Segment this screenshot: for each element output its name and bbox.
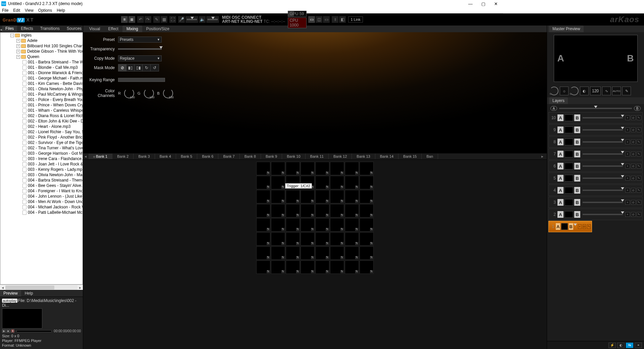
clip-cell[interactable] — [315, 190, 329, 203]
tree-row[interactable]: 002 - Elton John & Kiki Dee - Do — [0, 118, 83, 124]
cell-edit-icon[interactable] — [296, 256, 299, 259]
view-columns-icon[interactable]: ≣ — [128, 16, 136, 23]
cell-edit-icon[interactable] — [267, 171, 270, 174]
monitor-a-icon[interactable]: ▭ — [308, 16, 315, 23]
tree-row[interactable]: +Billboard Hot 100 Singles Chart ( — [0, 43, 83, 49]
clip-cell[interactable] — [271, 204, 285, 217]
cell-edit-icon[interactable] — [267, 256, 270, 259]
clip-cell[interactable] — [271, 246, 285, 260]
clip-cell[interactable] — [286, 260, 300, 272]
bank-tab[interactable]: Bank 6 — [197, 154, 218, 159]
tree-row[interactable]: 004 - Michael Jackson - Rock Wit — [0, 204, 83, 210]
cell-edit-icon[interactable] — [340, 214, 343, 217]
clip-cell[interactable] — [315, 232, 329, 246]
clip-cell[interactable] — [360, 190, 374, 203]
cell-edit-icon[interactable] — [355, 200, 358, 203]
tree-row[interactable]: 004 - John Lennon - (Just Like) St — [0, 194, 83, 199]
maximize-button[interactable]: ▢ — [480, 1, 487, 6]
clip-cell[interactable] — [315, 204, 329, 217]
tree-row[interactable]: 004 - Men At Work - Down Unde — [0, 199, 83, 204]
bank-tab[interactable]: Bank 12 — [329, 154, 352, 159]
menu-view[interactable]: View — [25, 8, 34, 13]
cell-edit-icon[interactable] — [370, 256, 373, 259]
cell-edit-icon[interactable] — [340, 270, 343, 272]
tab-effect[interactable]: Effect — [104, 26, 122, 32]
cell-edit-icon[interactable] — [296, 228, 299, 231]
cell-edit-icon[interactable] — [326, 242, 329, 245]
tab-effects[interactable]: Effects — [17, 26, 36, 32]
tab-sources[interactable]: Sources — [63, 26, 83, 32]
bank-tab[interactable]: Bank 5 — [176, 154, 197, 159]
clip-cell[interactable] — [256, 260, 270, 272]
clip-cell[interactable] — [345, 190, 359, 203]
cell-edit-icon[interactable] — [311, 228, 314, 231]
cell-edit-icon[interactable] — [296, 270, 299, 272]
mask-reverse-icon[interactable]: ↺ — [151, 64, 159, 71]
clip-cell[interactable] — [271, 176, 285, 189]
clip-cell[interactable] — [286, 246, 300, 260]
cell-edit-icon[interactable] — [340, 256, 343, 259]
speaker-icon[interactable]: 🔈 — [199, 16, 206, 23]
transparency-slider[interactable] — [118, 48, 162, 50]
clip-cell[interactable] — [345, 162, 359, 175]
cell-edit-icon[interactable] — [370, 270, 373, 272]
cell-edit-icon[interactable] — [281, 200, 284, 203]
cell-edit-icon[interactable] — [311, 256, 314, 259]
bank-tab[interactable]: Bank 1 — [89, 154, 112, 159]
cell-edit-icon[interactable] — [355, 228, 358, 231]
cell-edit-icon[interactable] — [355, 186, 358, 189]
bank-tab[interactable]: Bank 4 — [155, 154, 176, 159]
tree-row[interactable]: 004 - Bee Gees - Stayin' Alive.mp — [0, 183, 83, 188]
cell-edit-icon[interactable] — [326, 200, 329, 203]
cell-edit-icon[interactable] — [326, 186, 329, 189]
clip-cell[interactable] — [315, 260, 329, 272]
clip-cell[interactable] — [271, 190, 285, 203]
clip-cell[interactable] — [286, 162, 300, 175]
preset-select[interactable]: Presets▼ — [118, 37, 162, 43]
cell-edit-icon[interactable] — [370, 242, 373, 245]
knob-r[interactable] — [124, 88, 134, 98]
minimize-button[interactable]: — — [467, 1, 474, 6]
clip-cell[interactable] — [345, 260, 359, 272]
tree-row[interactable]: +Debbie Gibson - Think With Your — [0, 49, 83, 54]
clip-cell[interactable] — [256, 204, 270, 217]
cell-edit-icon[interactable] — [370, 171, 373, 174]
clip-cell[interactable] — [360, 204, 374, 217]
clip-cell[interactable] — [315, 218, 329, 232]
cell-edit-icon[interactable] — [267, 242, 270, 245]
clip-cell[interactable] — [271, 218, 285, 232]
cell-edit-icon[interactable] — [326, 214, 329, 217]
cell-edit-icon[interactable] — [311, 242, 314, 245]
cell-edit-icon[interactable] — [326, 228, 329, 231]
tree-row[interactable]: 001 - Dionne Warwick & Friends — [0, 70, 83, 76]
clip-cell[interactable] — [360, 232, 374, 246]
tree-row[interactable]: 002 - Diana Ross & Lionel Richie — [0, 113, 83, 118]
tab-transitions[interactable]: Transitions — [37, 26, 63, 32]
clip-cell[interactable] — [256, 246, 270, 260]
cell-edit-icon[interactable] — [267, 228, 270, 231]
clip-cell[interactable] — [271, 260, 285, 272]
tree-row[interactable]: 001 - Wham - Careless Whisper. — [0, 108, 83, 113]
clip-cell[interactable] — [315, 246, 329, 260]
cell-edit-icon[interactable] — [355, 171, 358, 174]
tree-row[interactable]: 003 - Olivia Newton-John - Magi — [0, 172, 83, 178]
clip-cell[interactable] — [256, 162, 270, 175]
tree-row[interactable]: 002 - Tina Turner - What's Love G — [0, 145, 83, 151]
tree-row[interactable]: 002 - Survivor - Eye of the Tiger. — [0, 140, 83, 145]
cell-edit-icon[interactable] — [281, 242, 284, 245]
tree-row[interactable]: 001 - George Michael - Faith.mp — [0, 76, 83, 81]
clip-cell[interactable] — [360, 176, 374, 189]
clip-cell[interactable] — [256, 232, 270, 246]
clip-cell[interactable] — [301, 204, 315, 217]
clip-cell[interactable] — [301, 190, 315, 203]
cell-edit-icon[interactable] — [311, 200, 314, 203]
tab-visual[interactable]: Visual — [85, 26, 104, 32]
clip-cell[interactable] — [330, 162, 344, 175]
cell-edit-icon[interactable] — [296, 200, 299, 203]
clip-cell[interactable] — [286, 204, 300, 217]
tree-row[interactable]: 004 - Patti LaBelle-Michael McDo — [0, 210, 83, 215]
clip-cell[interactable] — [301, 162, 315, 175]
tree-row[interactable]: 003 - Joan Jett - I Love Rock & R — [0, 161, 83, 167]
clip-cell[interactable] — [271, 232, 285, 246]
clip-cell[interactable] — [360, 246, 374, 260]
